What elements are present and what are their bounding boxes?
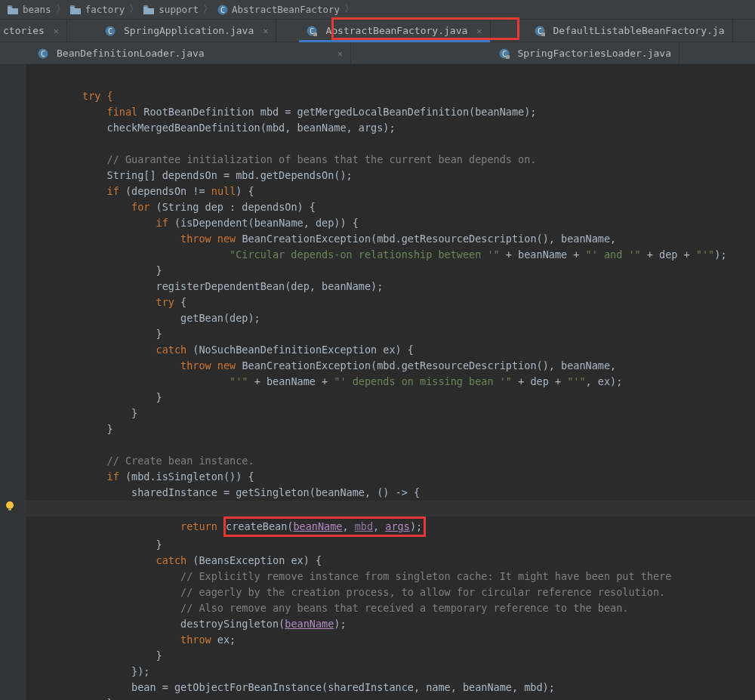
- class-icon: C: [38, 48, 48, 59]
- class-icon: C: [105, 26, 116, 36]
- close-icon[interactable]: ✕: [54, 26, 59, 36]
- chevron-right-icon: 〉: [56, 3, 66, 16]
- tab-label: DefaultListableBeanFactory.ja: [553, 25, 725, 36]
- code-content: try { final RootBeanDefinition mbd = get…: [26, 72, 755, 700]
- class-icon: C: [217, 5, 228, 15]
- breadcrumb-item-beans[interactable]: beans: [3, 4, 56, 15]
- chevron-right-icon: 〉: [344, 3, 354, 16]
- editor-tabs-row-1: ctories ✕ C SpringApplication.java ✕ C A…: [0, 20, 755, 42]
- class-lock-icon: C: [307, 26, 317, 36]
- breadcrumb-item-support[interactable]: support: [139, 4, 203, 15]
- breadcrumbs[interactable]: beans 〉 factory 〉 support 〉 C AbstractBe…: [0, 0, 755, 20]
- tab-label: ctories: [3, 25, 45, 36]
- svg-text:C: C: [108, 26, 112, 35]
- tab-label: SpringApplication.java: [124, 25, 254, 36]
- breadcrumb-label: beans: [23, 4, 51, 15]
- svg-rect-9: [541, 32, 545, 36]
- chevron-right-icon: 〉: [203, 3, 213, 16]
- close-icon[interactable]: ✕: [337, 48, 343, 59]
- editor-area: try { final RootBeanDefinition mbd = get…: [0, 65, 755, 700]
- breadcrumb-label: factory: [85, 4, 125, 15]
- code-editor[interactable]: try { final RootBeanDefinition mbd = get…: [26, 65, 755, 700]
- editor-tabs-row-2: C BeanDefinitionLoader.java ✕ C SpringFa…: [0, 42, 755, 65]
- svg-rect-14: [506, 55, 510, 59]
- breadcrumb-item-factory[interactable]: factory: [66, 4, 130, 15]
- tab-bean-definition-loader[interactable]: C BeanDefinitionLoader.java ✕: [30, 42, 351, 64]
- caret-line-highlight: [26, 501, 755, 517]
- tab-label: AbstractBeanFactory.java: [325, 25, 467, 36]
- tab-ctories[interactable]: ctories ✕: [0, 20, 67, 42]
- intention-bulb-icon[interactable]: [5, 501, 15, 513]
- svg-point-15: [6, 501, 14, 509]
- editor-gutter[interactable]: [0, 65, 26, 700]
- tab-abstract-bean-factory[interactable]: C AbstractBeanFactory.java ✕: [299, 20, 490, 42]
- folder-icon: [8, 5, 18, 14]
- close-icon[interactable]: ✕: [476, 26, 482, 36]
- tab-spring-factories-loader[interactable]: C SpringFactoriesLoader.java: [492, 42, 680, 64]
- breadcrumb-label: AbstractBeanFactory: [232, 4, 340, 15]
- svg-text:C: C: [220, 5, 225, 14]
- class-lock-icon: C: [535, 26, 545, 36]
- folder-icon: [70, 5, 81, 14]
- breadcrumb-item-class[interactable]: C AbstractBeanFactory: [213, 4, 344, 15]
- svg-rect-6: [313, 32, 317, 36]
- class-lock-icon: C: [499, 48, 510, 59]
- tab-default-listable-bean-factory[interactable]: C DefaultListableBeanFactory.ja: [527, 20, 733, 42]
- chevron-right-icon: 〉: [129, 3, 139, 16]
- svg-text:C: C: [41, 49, 45, 57]
- breadcrumb-label: support: [159, 4, 199, 15]
- svg-rect-16: [8, 508, 11, 510]
- tab-spring-application[interactable]: C SpringApplication.java ✕: [97, 20, 276, 42]
- tab-label: SpringFactoriesLoader.java: [518, 48, 672, 59]
- close-icon[interactable]: ✕: [263, 26, 268, 36]
- folder-icon: [143, 5, 154, 14]
- tab-label: BeanDefinitionLoader.java: [57, 48, 205, 59]
- annotation-highlight-call: createBean(beanName, mbd, args);: [223, 517, 426, 537]
